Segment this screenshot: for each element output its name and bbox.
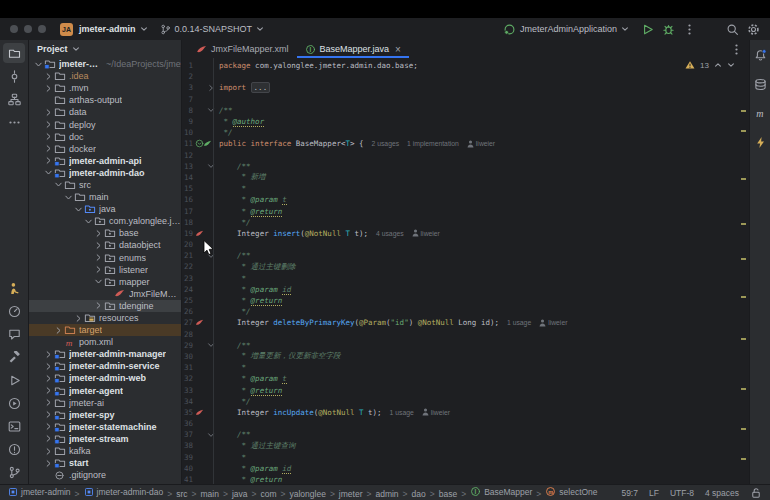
tree-chevron-icon[interactable]	[93, 229, 103, 238]
code-line[interactable]: 7	[182, 94, 749, 105]
tree-chevron-icon[interactable]	[43, 108, 53, 117]
tree-chevron-icon[interactable]	[43, 72, 53, 81]
tree-chevron-icon[interactable]	[53, 180, 63, 189]
line-number[interactable]: 28	[182, 330, 193, 339]
line-number[interactable]: 26	[182, 307, 193, 316]
code-line[interactable]: 29 /**	[182, 340, 749, 351]
warning-stripe-mark[interactable]	[741, 388, 746, 390]
tree-chevron-icon[interactable]	[43, 374, 53, 383]
line-number[interactable]: 3	[182, 83, 193, 92]
breadcrumb-item[interactable]: dao	[412, 489, 426, 499]
tool-commit[interactable]	[3, 66, 25, 86]
tree-item[interactable]: mpom.xml	[29, 336, 181, 348]
branch-widget[interactable]: 0.0.14-SNAPSHOT	[154, 22, 271, 37]
warning-stripe-mark[interactable]	[741, 223, 746, 225]
line-number[interactable]: 18	[182, 218, 193, 227]
code-line[interactable]: 30 * 增量更新，仅更新非空字段	[182, 351, 749, 362]
line-number[interactable]: 31	[182, 363, 193, 372]
code-line[interactable]: 15 *	[182, 183, 749, 194]
tool-services[interactable]	[3, 393, 25, 413]
line-number[interactable]: 25	[182, 296, 193, 305]
tree-chevron-icon[interactable]	[43, 84, 53, 93]
tree-item[interactable]: JmxFileMapper	[29, 288, 181, 300]
tool-structure[interactable]	[3, 89, 25, 109]
code-line[interactable]: 34 */	[182, 396, 749, 407]
tree-item[interactable]: data	[29, 106, 181, 118]
tree-item[interactable]: mapper	[29, 276, 181, 288]
breadcrumb-item[interactable]: yalonglee	[289, 489, 325, 499]
line-number[interactable]: 9	[182, 117, 193, 126]
tree-chevron-icon[interactable]	[73, 205, 83, 214]
code-line[interactable]: 3import ...	[182, 82, 749, 93]
breadcrumb-item[interactable]: java	[232, 489, 248, 499]
fold-toggle-icon[interactable]	[207, 431, 215, 439]
warning-stripe-mark[interactable]	[741, 338, 746, 340]
author-hint[interactable]: liweier	[539, 319, 567, 327]
warning-stripe-mark[interactable]	[741, 258, 746, 260]
code-line[interactable]: 12	[182, 150, 749, 161]
line-number[interactable]: 30	[182, 352, 193, 361]
tree-item[interactable]: .mvn	[29, 82, 181, 94]
tree-chevron-icon[interactable]	[93, 277, 103, 286]
tree-item[interactable]: base	[29, 227, 181, 239]
tree-item[interactable]: .idea	[29, 70, 181, 82]
code-line[interactable]: 1package com.yalonglee.jmeter.admin.dao.…	[182, 60, 749, 71]
tree-item[interactable]: target	[29, 324, 181, 336]
indent-widget[interactable]: 4 spaces	[705, 488, 739, 498]
code-line[interactable]: 36	[182, 418, 749, 429]
breadcrumb-item[interactable]: jmeter-admin	[8, 487, 71, 497]
tree-item[interactable]: start	[29, 457, 181, 469]
usages-hint[interactable]: 1 usage	[390, 409, 414, 416]
tree-chevron-icon[interactable]	[73, 314, 83, 323]
line-number[interactable]: 39	[182, 453, 193, 462]
code-line[interactable]: 11public interface BaseMapper<T> {2 usag…	[182, 138, 749, 149]
breadcrumb-item[interactable]: src	[176, 489, 187, 499]
tree-item[interactable]: main	[29, 191, 181, 203]
zoom-window-button[interactable]	[38, 25, 46, 33]
tree-chevron-icon[interactable]	[43, 144, 53, 153]
warning-stripe-mark[interactable]	[741, 428, 746, 430]
code-line[interactable]: 39 *	[182, 452, 749, 463]
code-line[interactable]: 31 *	[182, 362, 749, 373]
run-button[interactable]	[638, 20, 656, 38]
project-panel-header[interactable]: Project	[29, 40, 181, 58]
tree-chevron-icon[interactable]	[43, 410, 53, 419]
line-number[interactable]: 36	[182, 419, 193, 428]
code-line[interactable]: 16 * @param t	[182, 194, 749, 205]
code-line[interactable]: 33 * @return	[182, 384, 749, 395]
tool-run[interactable]	[3, 370, 25, 390]
tool-database[interactable]	[749, 74, 770, 94]
warning-stripe-mark[interactable]	[741, 178, 746, 180]
tree-item[interactable]: jmeter-ai	[29, 397, 181, 409]
caret-position-widget[interactable]: 59:7	[621, 488, 638, 498]
tree-item[interactable]: jmeter-admin-manager	[29, 348, 181, 360]
run-configuration-widget[interactable]: JmeterAdminApplication	[497, 21, 635, 38]
tree-item[interactable]: jmeter-stream	[29, 433, 181, 445]
fold-toggle-icon[interactable]	[207, 162, 215, 170]
tree-chevron-icon[interactable]	[43, 398, 53, 407]
code-line[interactable]: 10 */	[182, 127, 749, 138]
unlock-icon[interactable]	[750, 487, 762, 499]
line-number[interactable]: 17	[182, 207, 193, 216]
breadcrumb-item[interactable]: jmeter	[339, 489, 363, 499]
usages-hint[interactable]: 4 usages	[376, 230, 404, 237]
line-number[interactable]: 12	[182, 151, 193, 160]
search-everywhere-button[interactable]	[723, 20, 741, 38]
line-number[interactable]: 16	[182, 195, 193, 204]
code-line[interactable]: 14 * 新增	[182, 172, 749, 183]
tree-item[interactable]: deploy	[29, 118, 181, 130]
tool-ai-actions[interactable]	[749, 132, 770, 152]
project-widget[interactable]: jmeter-admin	[73, 22, 154, 36]
tool-version-control[interactable]	[3, 462, 25, 482]
code-line[interactable]: 18 */	[182, 217, 749, 228]
tree-item[interactable]: listener	[29, 264, 181, 276]
tool-maven[interactable]: m	[749, 103, 770, 123]
tree-chevron-icon[interactable]	[43, 156, 53, 165]
tree-chevron-icon[interactable]	[43, 350, 53, 359]
tree-item[interactable]: jmeter-admin-web	[29, 372, 181, 384]
tree-item[interactable]: dataobject	[29, 239, 181, 251]
tree-item[interactable]: jmeter-statemachine	[29, 421, 181, 433]
line-number[interactable]: 34	[182, 397, 193, 406]
tree-item[interactable]: jmeter-agent	[29, 385, 181, 397]
mybatis-gutter-icon[interactable]	[203, 139, 212, 148]
